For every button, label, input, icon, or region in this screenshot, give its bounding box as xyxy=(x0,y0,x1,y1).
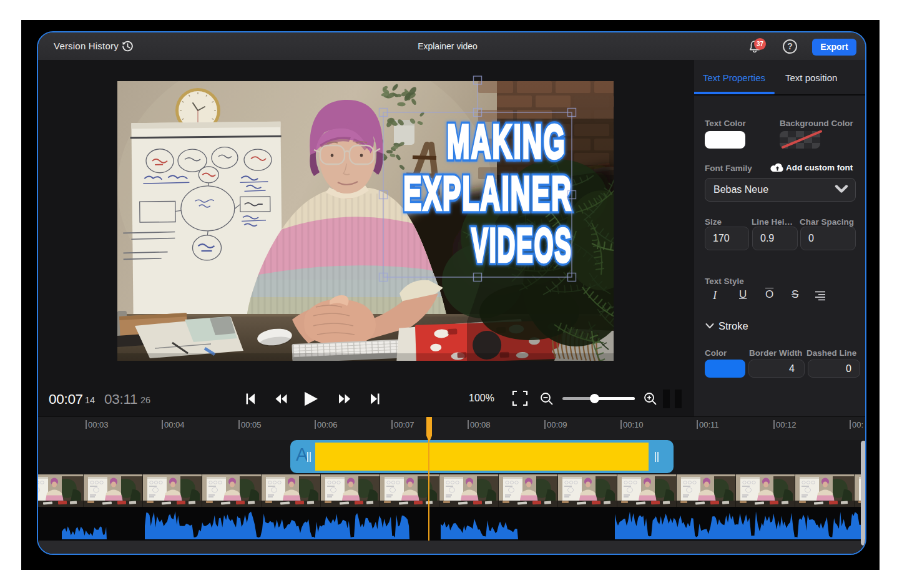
svg-text:VIDEOS: VIDEOS xyxy=(471,218,572,272)
svg-text:EXPLAINER: EXPLAINER xyxy=(403,167,572,220)
svg-text:MAKING: MAKING xyxy=(447,115,566,168)
